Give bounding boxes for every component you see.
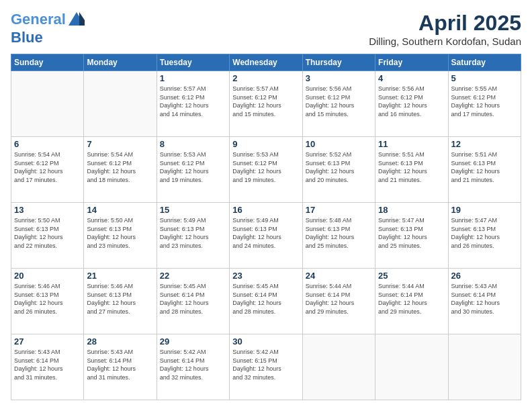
day-info: Sunrise: 5:50 AM Sunset: 6:13 PM Dayligh… <box>87 216 153 250</box>
day-number: 23 <box>232 271 299 281</box>
day-number: 16 <box>232 205 299 215</box>
calendar-cell: 28Sunrise: 5:43 AM Sunset: 6:14 PM Dayli… <box>84 334 157 400</box>
week-row-4: 20Sunrise: 5:46 AM Sunset: 6:13 PM Dayli… <box>11 269 521 334</box>
day-number: 28 <box>87 336 153 347</box>
day-info: Sunrise: 5:46 AM Sunset: 6:13 PM Dayligh… <box>87 282 153 316</box>
calendar-cell <box>302 334 375 400</box>
day-info: Sunrise: 5:48 AM Sunset: 6:13 PM Dayligh… <box>306 216 372 250</box>
logo-blue: Blue <box>11 29 43 46</box>
day-info: Sunrise: 5:50 AM Sunset: 6:13 PM Dayligh… <box>14 216 81 250</box>
day-info: Sunrise: 5:53 AM Sunset: 6:12 PM Dayligh… <box>160 150 226 184</box>
calendar-cell: 6Sunrise: 5:54 AM Sunset: 6:12 PM Daylig… <box>11 137 84 203</box>
day-number: 6 <box>14 139 81 149</box>
calendar-cell <box>375 334 448 400</box>
day-info: Sunrise: 5:46 AM Sunset: 6:13 PM Dayligh… <box>14 282 81 316</box>
calendar-cell: 8Sunrise: 5:53 AM Sunset: 6:12 PM Daylig… <box>157 137 229 203</box>
calendar-cell: 25Sunrise: 5:44 AM Sunset: 6:14 PM Dayli… <box>375 269 448 334</box>
day-info: Sunrise: 5:42 AM Sunset: 6:14 PM Dayligh… <box>160 348 226 381</box>
svg-marker-1 <box>79 12 85 26</box>
day-number: 9 <box>232 139 299 149</box>
day-number: 26 <box>451 271 518 281</box>
day-info: Sunrise: 5:42 AM Sunset: 6:15 PM Dayligh… <box>232 348 299 381</box>
calendar-cell <box>84 71 157 137</box>
calendar-cell: 20Sunrise: 5:46 AM Sunset: 6:13 PM Dayli… <box>11 269 84 334</box>
day-number: 10 <box>306 139 372 149</box>
weekday-header-sunday: Sunday <box>11 54 84 71</box>
day-info: Sunrise: 5:57 AM Sunset: 6:12 PM Dayligh… <box>232 85 299 118</box>
calendar-cell: 26Sunrise: 5:43 AM Sunset: 6:14 PM Dayli… <box>448 269 521 334</box>
day-info: Sunrise: 5:47 AM Sunset: 6:13 PM Dayligh… <box>451 216 518 250</box>
calendar-cell: 17Sunrise: 5:48 AM Sunset: 6:13 PM Dayli… <box>302 203 375 269</box>
day-info: Sunrise: 5:54 AM Sunset: 6:12 PM Dayligh… <box>87 150 153 184</box>
day-number: 18 <box>378 205 445 215</box>
day-number: 14 <box>87 205 153 215</box>
day-number: 12 <box>451 139 518 149</box>
day-number: 22 <box>160 271 226 281</box>
day-number: 15 <box>160 205 226 215</box>
calendar-cell: 9Sunrise: 5:53 AM Sunset: 6:12 PM Daylig… <box>230 137 302 203</box>
day-number: 27 <box>14 336 81 347</box>
calendar-cell: 27Sunrise: 5:43 AM Sunset: 6:14 PM Dayli… <box>11 334 84 400</box>
calendar-cell: 13Sunrise: 5:50 AM Sunset: 6:13 PM Dayli… <box>11 203 84 269</box>
logo-general: General <box>11 11 66 28</box>
day-info: Sunrise: 5:56 AM Sunset: 6:12 PM Dayligh… <box>306 85 372 118</box>
calendar-cell: 15Sunrise: 5:49 AM Sunset: 6:13 PM Dayli… <box>157 203 229 269</box>
day-info: Sunrise: 5:45 AM Sunset: 6:14 PM Dayligh… <box>232 282 299 316</box>
day-number: 21 <box>87 271 153 281</box>
day-info: Sunrise: 5:57 AM Sunset: 6:12 PM Dayligh… <box>160 85 226 118</box>
calendar-cell: 23Sunrise: 5:45 AM Sunset: 6:14 PM Dayli… <box>230 269 302 334</box>
calendar-cell: 12Sunrise: 5:51 AM Sunset: 6:13 PM Dayli… <box>448 137 521 203</box>
week-row-5: 27Sunrise: 5:43 AM Sunset: 6:14 PM Dayli… <box>11 334 521 400</box>
title-block: April 2025 Dilling, Southern Kordofan, S… <box>369 11 521 47</box>
calendar-cell: 21Sunrise: 5:46 AM Sunset: 6:13 PM Dayli… <box>84 269 157 334</box>
weekday-header-row: SundayMondayTuesdayWednesdayThursdayFrid… <box>11 54 521 71</box>
calendar-cell: 5Sunrise: 5:55 AM Sunset: 6:12 PM Daylig… <box>448 71 521 137</box>
page: General Blue April 2025 Dilling, Souther… <box>0 0 532 411</box>
calendar-cell: 18Sunrise: 5:47 AM Sunset: 6:13 PM Dayli… <box>375 203 448 269</box>
calendar-cell: 30Sunrise: 5:42 AM Sunset: 6:15 PM Dayli… <box>230 334 302 400</box>
day-number: 13 <box>14 205 81 215</box>
calendar-cell: 1Sunrise: 5:57 AM Sunset: 6:12 PM Daylig… <box>157 71 229 137</box>
day-number: 25 <box>378 271 445 281</box>
calendar-cell: 3Sunrise: 5:56 AM Sunset: 6:12 PM Daylig… <box>302 71 375 137</box>
day-number: 2 <box>232 73 299 83</box>
subtitle: Dilling, Southern Kordofan, Sudan <box>369 36 521 47</box>
calendar-cell: 2Sunrise: 5:57 AM Sunset: 6:12 PM Daylig… <box>230 71 302 137</box>
calendar-table: SundayMondayTuesdayWednesdayThursdayFrid… <box>11 54 521 400</box>
day-info: Sunrise: 5:45 AM Sunset: 6:14 PM Dayligh… <box>160 282 226 316</box>
day-number: 7 <box>87 139 153 149</box>
day-number: 11 <box>378 139 445 149</box>
day-number: 8 <box>160 139 226 149</box>
day-info: Sunrise: 5:49 AM Sunset: 6:13 PM Dayligh… <box>160 216 226 250</box>
day-info: Sunrise: 5:51 AM Sunset: 6:13 PM Dayligh… <box>378 150 445 184</box>
day-number: 5 <box>451 73 518 83</box>
calendar-cell: 11Sunrise: 5:51 AM Sunset: 6:13 PM Dayli… <box>375 137 448 203</box>
day-info: Sunrise: 5:43 AM Sunset: 6:14 PM Dayligh… <box>14 348 81 381</box>
weekday-header-wednesday: Wednesday <box>230 54 302 71</box>
week-row-3: 13Sunrise: 5:50 AM Sunset: 6:13 PM Dayli… <box>11 203 521 269</box>
main-title: April 2025 <box>369 11 521 36</box>
calendar-cell: 29Sunrise: 5:42 AM Sunset: 6:14 PM Dayli… <box>157 334 229 400</box>
day-info: Sunrise: 5:52 AM Sunset: 6:13 PM Dayligh… <box>306 150 372 184</box>
day-number: 24 <box>306 271 372 281</box>
day-info: Sunrise: 5:43 AM Sunset: 6:14 PM Dayligh… <box>451 282 518 316</box>
day-number: 19 <box>451 205 518 215</box>
logo-icon <box>67 11 86 30</box>
calendar-cell: 10Sunrise: 5:52 AM Sunset: 6:13 PM Dayli… <box>302 137 375 203</box>
weekday-header-thursday: Thursday <box>302 54 375 71</box>
day-number: 29 <box>160 336 226 347</box>
logo: General Blue <box>11 11 86 46</box>
day-info: Sunrise: 5:49 AM Sunset: 6:13 PM Dayligh… <box>232 216 299 250</box>
day-info: Sunrise: 5:51 AM Sunset: 6:13 PM Dayligh… <box>451 150 518 184</box>
calendar-cell <box>11 71 84 137</box>
weekday-header-friday: Friday <box>375 54 448 71</box>
day-info: Sunrise: 5:56 AM Sunset: 6:12 PM Dayligh… <box>378 85 445 118</box>
calendar-cell: 14Sunrise: 5:50 AM Sunset: 6:13 PM Dayli… <box>84 203 157 269</box>
calendar-cell: 7Sunrise: 5:54 AM Sunset: 6:12 PM Daylig… <box>84 137 157 203</box>
weekday-header-tuesday: Tuesday <box>157 54 229 71</box>
day-info: Sunrise: 5:43 AM Sunset: 6:14 PM Dayligh… <box>87 348 153 381</box>
week-row-1: 1Sunrise: 5:57 AM Sunset: 6:12 PM Daylig… <box>11 71 521 137</box>
logo-text: General Blue <box>11 11 86 46</box>
calendar-cell: 4Sunrise: 5:56 AM Sunset: 6:12 PM Daylig… <box>375 71 448 137</box>
day-info: Sunrise: 5:44 AM Sunset: 6:14 PM Dayligh… <box>378 282 445 316</box>
